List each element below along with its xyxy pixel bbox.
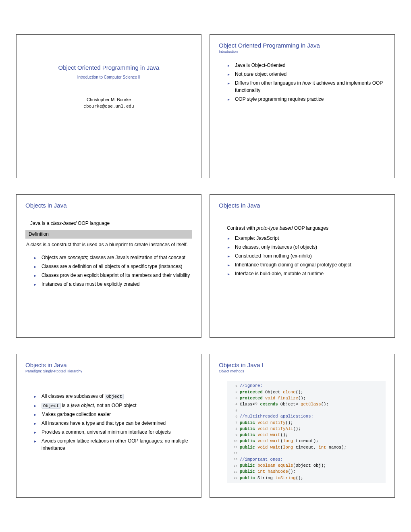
- bullet-list: Example: JavaScript No classes, only ins…: [228, 235, 386, 277]
- slide-2: Object Oriented Programming in Java Intr…: [210, 34, 395, 178]
- slide-5: Objects in Java Paradigm: Singly-Rooted …: [16, 354, 201, 498]
- list-item: Instances of a class must be explicitly …: [34, 281, 192, 288]
- code-line: 14public boolean equals(Object obj);: [229, 463, 383, 469]
- list-item: Java is Object-Oriented: [228, 62, 386, 69]
- code-line: 12: [229, 451, 383, 457]
- code-line: 5: [229, 407, 383, 414]
- slide-1: Object Oriented Programming in Java Intr…: [16, 34, 201, 178]
- list-item: Objects are concepts; classes are Java's…: [34, 254, 192, 261]
- list-item: Classes provide an explicit blueprint of…: [34, 272, 192, 279]
- slide-title: Object Oriented Programming in Java: [219, 42, 386, 49]
- list-item: Interface is build-able, mutable at runt…: [228, 270, 386, 277]
- code-line: 15public int hashCode();: [229, 469, 383, 475]
- list-item: Differs from other languages in how it a…: [228, 79, 386, 94]
- bullet-list: Java is Object-Oriented Not pure object …: [228, 62, 386, 103]
- code-line: 11public void wait(long timeout, int nan…: [229, 445, 383, 451]
- code-line: 1//ignore:: [229, 383, 383, 389]
- code-line: 9public void wait();: [229, 432, 383, 438]
- list-item: Provides a common, universal minimum int…: [34, 428, 192, 436]
- list-item: Constructed from nothing (ex-nihilo): [228, 252, 386, 260]
- slide-subtitle: Introduction: [219, 50, 386, 54]
- list-item: Example: JavaScript: [228, 235, 386, 242]
- slide-title: Objects in Java: [25, 362, 192, 368]
- list-item: OOP style programming requires practice: [228, 96, 386, 103]
- slide-3: Objects in Java Java is a class-based OO…: [16, 194, 201, 338]
- list-item: Not pure object oriented: [228, 71, 386, 78]
- author-name: Christopher M. Bourke: [25, 96, 192, 103]
- code-block: 1//ignore:2protected Object clone();3pro…: [227, 381, 386, 483]
- list-item: All instances have a type and that type …: [34, 420, 192, 427]
- code-line: 6//multithreaded applications:: [229, 414, 383, 420]
- code-line: 8public void notifyAll();: [229, 426, 383, 432]
- list-item: All classes are subclasses of Object: [34, 393, 192, 400]
- code-line: 7public void notify();: [229, 420, 383, 426]
- bullet-list: Objects are concepts; classes are Java's…: [34, 254, 192, 288]
- definition-header: Definition: [25, 230, 192, 239]
- code-line: 4Class<? extends Object> getClass();: [229, 401, 383, 407]
- list-item: Classes are a definition of all objects …: [34, 263, 192, 270]
- author-block: Christopher M. Bourke cbourke@cse.unl.ed…: [25, 96, 192, 110]
- list-item: Avoids complex lattice relations in othe…: [34, 437, 192, 452]
- code-line: 3protected void finalize();: [229, 395, 383, 401]
- author-email: cbourke@cse.unl.edu: [25, 103, 192, 110]
- code-line: 10public void wait(long timeout);: [229, 438, 383, 444]
- list-item: Object is a java object, not an OOP obje…: [34, 402, 192, 409]
- list-item: Makes garbage collection easier: [34, 411, 192, 418]
- slide-title: Objects in Java: [219, 202, 386, 209]
- slide-4: Objects in Java Contrast with proto-type…: [210, 194, 395, 338]
- slide-title: Objects in Java: [25, 202, 192, 209]
- slide-title: Object Oriented Programming in Java: [25, 64, 192, 71]
- list-item: No classes, only instances (of objects): [228, 243, 386, 251]
- code-line: 2protected Object clone();: [229, 389, 383, 395]
- bullet-list: All classes are subclasses of Object Obj…: [34, 393, 192, 452]
- slide-subtitle: Object methods: [219, 369, 386, 373]
- slide-6: Objects in Java I Object methods 1//igno…: [210, 354, 395, 498]
- intro-text: Java is a class-based OOP language: [30, 220, 192, 227]
- list-item: Inheritance through cloning of original …: [228, 261, 386, 268]
- intro-text: Contrast with proto-type based OOP langu…: [227, 225, 386, 232]
- definition-body: A class is a construct that is used as a…: [25, 239, 192, 251]
- handout-page: Object Oriented Programming in Java Intr…: [0, 0, 411, 532]
- slide-subtitle: Introduction to Computer Science II: [25, 75, 192, 79]
- slide-title: Objects in Java I: [219, 362, 386, 368]
- code-line: 13//important ones:: [229, 457, 383, 463]
- slide-subtitle: Paradigm: Singly-Rooted Hierarchy: [25, 369, 192, 373]
- code-line: 16public String toString();: [229, 475, 383, 481]
